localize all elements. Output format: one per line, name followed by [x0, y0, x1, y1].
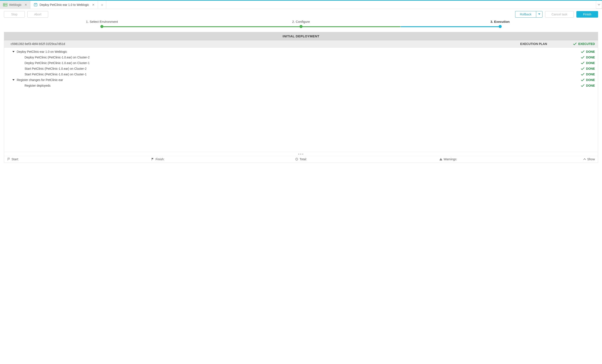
summary-footer: Start: Finish: Total: Warnings:: [4, 156, 598, 163]
clock-icon: [295, 158, 298, 161]
flag-outline-icon: [7, 158, 10, 161]
svg-point-6: [34, 6, 35, 6]
tree-row-label: Deploy PetClinic (PetClinic-1.0.ear) on …: [24, 61, 90, 65]
execution-tree: Deploy PetClinic-ear 1.0 on WeblogicDONE…: [4, 48, 598, 152]
wizard-stepper: 1. Select Environment 2. Configure 3. Ex…: [4, 19, 598, 30]
close-icon[interactable]: ✕: [92, 3, 95, 7]
svg-rect-4: [34, 4, 37, 6]
chevron-down-icon: [598, 3, 600, 6]
tabs-overflow-dropdown[interactable]: [596, 1, 602, 9]
tab-label: Deploy PetClinic-ear 1.0 to Weblogic: [40, 3, 89, 7]
server-icon: [3, 3, 7, 7]
execution-id: c5981392-bef3-4bf4-b52f-31f29ca7d51d: [11, 42, 520, 46]
caret-down-icon[interactable]: [12, 79, 15, 81]
rollback-split-button: Rollback: [515, 11, 542, 18]
row-status: DONE: [547, 84, 595, 87]
deployment-banner: INITIAL DEPLOYMENT: [4, 32, 598, 40]
row-status: DONE: [547, 73, 595, 76]
caret-down-icon[interactable]: [12, 51, 15, 52]
row-status: DONE: [547, 50, 595, 54]
rollback-button[interactable]: Rollback: [515, 11, 536, 18]
footer-show-toggle[interactable]: Show: [583, 158, 595, 161]
action-bar: Stop Abort Rollback Cancel task Finish: [0, 9, 602, 19]
tree-row[interactable]: Start PetClinic (PetClinic-1.0.ear) on C…: [4, 66, 598, 71]
resize-handle[interactable]: ●●●: [4, 152, 598, 156]
execution-panel: INITIAL DEPLOYMENT c5981392-bef3-4bf4-b5…: [4, 32, 598, 163]
tree-row[interactable]: Register changes for PetClinic-earDONE: [4, 77, 598, 83]
caret-down-icon: [538, 13, 540, 15]
tree-row-label: Deploy PetClinic-ear 1.0 on Weblogic: [17, 50, 67, 54]
row-status: DONE: [547, 61, 595, 65]
flag-icon: [151, 158, 154, 161]
chevron-up-icon: [583, 158, 586, 160]
tree-row[interactable]: Deploy PetClinic (PetClinic-1.0.ear) on …: [4, 60, 598, 66]
tab-deploy[interactable]: Deploy PetClinic-ear 1.0 to Weblogic ✕: [30, 1, 98, 9]
svg-point-9: [36, 6, 37, 6]
execution-header: c5981392-bef3-4bf4-b52f-31f29ca7d51d EXE…: [4, 40, 598, 48]
check-icon: [581, 73, 584, 76]
tree-row[interactable]: Deploy PetClinic (PetClinic-1.0.ear) on …: [4, 54, 598, 60]
tree-row[interactable]: Register deployedsDONE: [4, 83, 598, 88]
abort-button[interactable]: Abort: [27, 11, 48, 18]
tree-row-label: Register changes for PetClinic-ear: [17, 78, 63, 82]
tree-row-label: Deploy PetClinic (PetClinic-1.0.ear) on …: [24, 56, 90, 59]
rollback-dropdown[interactable]: [536, 11, 542, 18]
svg-point-7: [35, 6, 36, 6]
tabs-row: Weblogic ✕ Deploy PetClinic-ear 1.0 to W…: [0, 1, 602, 9]
check-icon: [581, 78, 584, 82]
check-icon: [581, 67, 584, 70]
close-icon[interactable]: ✕: [24, 3, 27, 7]
step-2-label: 2. Configure: [292, 20, 310, 23]
check-icon: [581, 50, 584, 54]
check-icon: [581, 84, 584, 87]
tab-label: Weblogic: [9, 3, 22, 7]
check-icon: [581, 61, 584, 65]
row-status: DONE: [547, 67, 595, 70]
footer-warnings: Warnings:: [439, 158, 583, 161]
cancel-task-button[interactable]: Cancel task: [545, 11, 574, 18]
finish-button[interactable]: Finish: [576, 11, 598, 18]
package-icon: [33, 3, 38, 7]
step-3-label: 3. Execution: [490, 20, 509, 23]
footer-finish: Finish:: [151, 158, 295, 161]
svg-point-8: [36, 6, 36, 6]
check-icon: [581, 56, 584, 59]
check-icon: [573, 42, 577, 46]
tree-row-label: Start PetClinic (PetClinic-1.0.ear) on C…: [24, 67, 87, 70]
execution-plan-title: EXECUTION PLAN: [520, 42, 547, 46]
stop-button[interactable]: Stop: [4, 11, 25, 18]
tab-weblogic[interactable]: Weblogic ✕: [0, 1, 30, 9]
row-status: DONE: [547, 78, 595, 82]
warning-icon: [439, 158, 442, 161]
tree-row-label: Start PetClinic (PetClinic-1.0.ear) on C…: [24, 73, 87, 76]
execution-status: EXECUTED: [547, 42, 595, 46]
footer-total: Total:: [295, 158, 439, 161]
step-1-label: 1. Select Environment: [86, 20, 118, 23]
row-status: DONE: [547, 56, 595, 59]
tree-row-label: Register deployeds: [24, 84, 51, 87]
footer-start: Start:: [7, 158, 151, 161]
tree-row[interactable]: Start PetClinic (PetClinic-1.0.ear) on C…: [4, 71, 598, 77]
new-tab-button[interactable]: ＋: [98, 1, 106, 9]
tree-row[interactable]: Deploy PetClinic-ear 1.0 on WeblogicDONE: [4, 49, 598, 54]
